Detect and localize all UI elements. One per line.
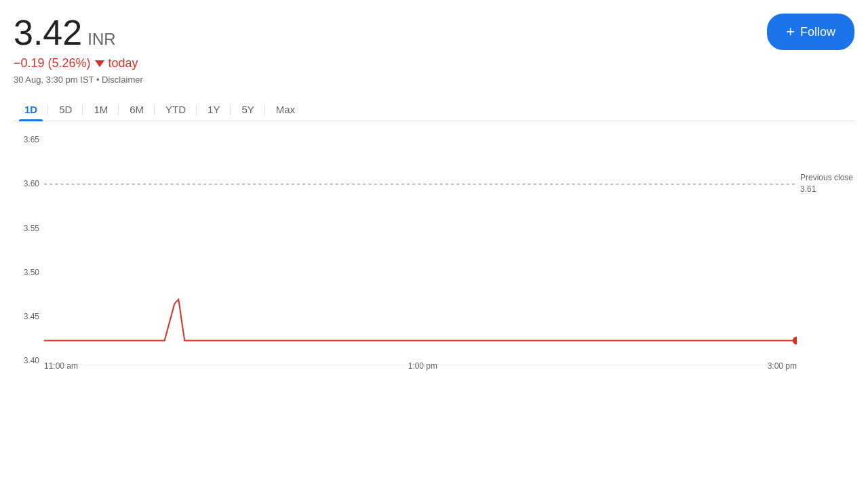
y-label: 3.45 <box>14 312 39 321</box>
chart-container: 3.653.603.553.503.453.40 Previous close3… <box>14 128 854 399</box>
change-value: −0.19 (5.26%) <box>14 56 91 70</box>
prev-close-value: 3.61 <box>800 184 816 194</box>
header: 3.42INR −0.19 (5.26%) today 30 Aug, 3:30… <box>14 14 854 85</box>
prev-close-title: Previous close <box>800 173 853 182</box>
today-label: today <box>108 56 138 70</box>
tabs-row: 1D5D1M6MYTD1Y5YMax <box>14 98 854 121</box>
previous-close-label: Previous close3.61 <box>800 172 854 195</box>
price-line <box>44 300 797 341</box>
tab-ytd[interactable]: YTD <box>155 98 197 121</box>
y-label: 3.65 <box>14 135 39 144</box>
separator: • <box>96 75 102 85</box>
price-display: 3.42INR <box>14 14 143 52</box>
x-axis: 11:00 am1:00 pm3:00 pm <box>44 361 797 371</box>
y-label: 3.50 <box>14 268 39 277</box>
chart-area: Previous close3.61 <box>44 135 797 365</box>
x-label: 11:00 am <box>44 361 78 371</box>
down-arrow-icon <box>95 60 104 67</box>
tab-1m[interactable]: 1M <box>83 98 119 121</box>
y-label: 3.55 <box>14 224 39 233</box>
y-label: 3.60 <box>14 179 39 188</box>
follow-label: Follow <box>800 25 835 39</box>
tab-max[interactable]: Max <box>265 98 306 121</box>
price-change: −0.19 (5.26%) today <box>14 56 143 70</box>
follow-plus-icon: + <box>786 23 795 41</box>
price-block: 3.42INR −0.19 (5.26%) today 30 Aug, 3:30… <box>14 14 143 85</box>
timestamp: 30 Aug, 3:30 pm IST • Disclaimer <box>14 75 143 85</box>
tab-5d[interactable]: 5D <box>48 98 83 121</box>
timestamp-text: 30 Aug, 3:30 pm IST <box>14 75 94 85</box>
price-currency: INR <box>87 30 115 48</box>
tab-1d[interactable]: 1D <box>14 98 48 121</box>
x-label: 3:00 pm <box>768 361 797 371</box>
price-end-dot <box>793 337 797 345</box>
tab-6m[interactable]: 6M <box>119 98 155 121</box>
y-label: 3.40 <box>14 356 39 365</box>
tab-1y[interactable]: 1Y <box>197 98 231 121</box>
y-axis: 3.653.603.553.503.453.40 <box>14 135 39 365</box>
chart-svg <box>44 135 797 365</box>
tab-5y[interactable]: 5Y <box>231 98 264 121</box>
price-value: 3.42 <box>14 13 82 52</box>
x-label: 1:00 pm <box>408 361 437 371</box>
disclaimer-link[interactable]: Disclaimer <box>102 75 143 85</box>
follow-button[interactable]: + Follow <box>767 14 854 50</box>
